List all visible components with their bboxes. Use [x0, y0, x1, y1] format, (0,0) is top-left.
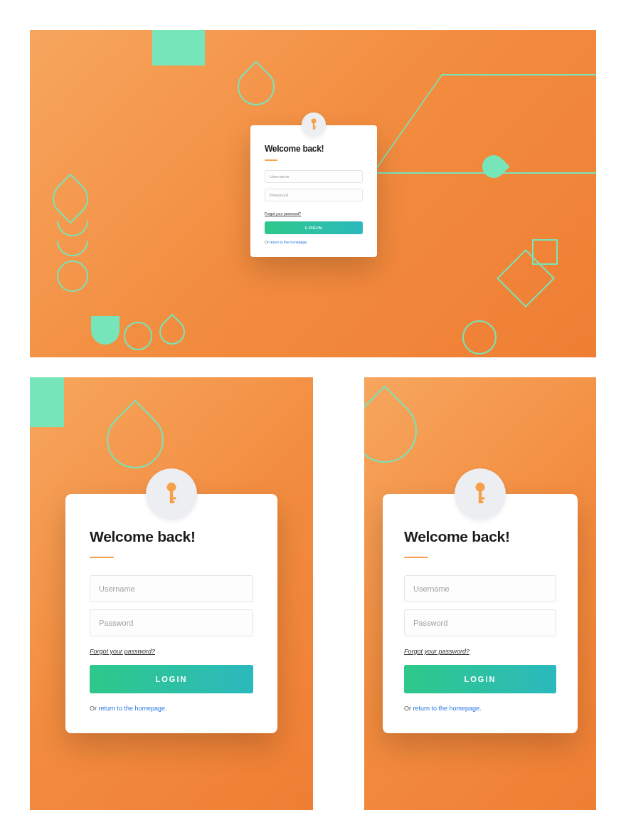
username-input[interactable]: [404, 575, 556, 602]
viewport-mobile: Welcome back! Forgot your password? LOGI…: [364, 377, 596, 810]
return-line: Or return to the homepage.: [265, 240, 363, 244]
key-icon: [162, 481, 181, 507]
decor-drop-fill: [477, 150, 509, 182]
svg-rect-6: [170, 497, 176, 499]
login-button[interactable]: LOGIN: [90, 665, 253, 693]
return-prefix: Or: [404, 705, 413, 712]
decor-parallelogram-outline: [372, 74, 596, 174]
login-button[interactable]: LOGIN: [404, 665, 556, 693]
login-button[interactable]: LOGIN: [265, 221, 363, 234]
login-card: Welcome back! Forgot your password? LOGI…: [383, 494, 578, 733]
password-input[interactable]: [265, 189, 363, 201]
forgot-password-link[interactable]: Forgot your password?: [265, 211, 301, 216]
decor-leaf-outline: [95, 399, 175, 480]
heading-underline: [404, 557, 428, 558]
decor-leaf-outline: [154, 314, 191, 350]
password-input[interactable]: [90, 609, 253, 636]
password-input[interactable]: [404, 609, 556, 636]
decor-square-outline: [497, 249, 555, 308]
return-home-link[interactable]: return to the homepage: [413, 705, 480, 712]
decor-leaf-outline-left: [46, 174, 96, 224]
decor-circle-outline: [124, 322, 152, 350]
return-prefix: Or: [265, 240, 270, 244]
decor-square-small-outline: [532, 239, 558, 265]
decor-halfcircle-fill: [91, 316, 120, 345]
heading-underline: [265, 159, 277, 161]
return-suffix: .: [479, 705, 482, 712]
decor-leaf-outline: [364, 385, 430, 476]
username-input[interactable]: [265, 170, 363, 183]
forgot-password-link[interactable]: Forgot your password?: [90, 648, 155, 655]
forgot-password-link[interactable]: Forgot your password?: [404, 648, 469, 655]
decor-square-fill: [30, 377, 64, 427]
svg-rect-10: [479, 497, 485, 499]
svg-rect-3: [313, 128, 315, 130]
key-badge: [146, 468, 197, 520]
svg-point-4: [167, 483, 176, 492]
svg-rect-7: [170, 501, 175, 503]
return-line: Or return to the homepage.: [90, 705, 253, 712]
return-home-link[interactable]: return to the homepage: [270, 240, 307, 244]
svg-rect-2: [313, 126, 317, 127]
decor-semicircle-outline: [57, 221, 88, 236]
key-badge: [302, 112, 326, 137]
viewport-tablet: Welcome back! Forgot your password? LOGI…: [30, 377, 313, 810]
decor-leaf-outline: [230, 61, 282, 113]
decor-circle-outline: [462, 320, 497, 355]
return-suffix: .: [307, 240, 307, 244]
svg-point-8: [476, 483, 485, 492]
decor-semicircle-outline: [57, 241, 88, 256]
login-card: Welcome back! Forgot your password? LOGI…: [250, 125, 377, 257]
login-heading: Welcome back!: [265, 144, 363, 154]
return-line: Or return to the homepage.: [404, 705, 556, 712]
key-badge: [455, 468, 506, 520]
login-heading: Welcome back!: [90, 528, 253, 545]
decor-circle-outline: [57, 261, 88, 292]
login-heading: Welcome back!: [404, 528, 556, 545]
key-icon: [309, 118, 319, 131]
heading-underline: [90, 557, 114, 558]
viewport-desktop: Welcome back! Forgot your password? LOGI…: [30, 30, 596, 357]
return-suffix: .: [165, 705, 167, 712]
svg-rect-11: [479, 501, 484, 503]
key-icon: [471, 481, 489, 507]
return-home-link[interactable]: return to the homepage: [99, 705, 166, 712]
svg-point-0: [312, 119, 317, 124]
username-input[interactable]: [90, 575, 253, 602]
decor-square-fill: [152, 30, 205, 65]
login-card: Welcome back! Forgot your password? LOGI…: [65, 494, 277, 733]
return-prefix: Or: [90, 705, 99, 712]
